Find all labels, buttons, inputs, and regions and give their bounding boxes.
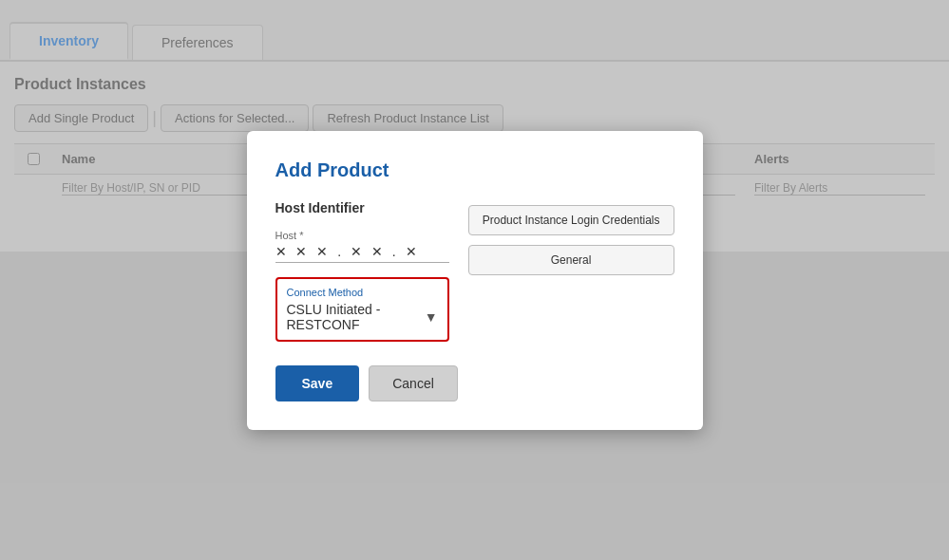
modal-right-panel: Product Instance Login Credentials Gener… bbox=[468, 200, 674, 342]
host-value: ✕ ✕ ✕ . ✕ ✕ . ✕ bbox=[275, 244, 449, 263]
general-button[interactable]: General bbox=[468, 245, 674, 275]
connect-method-label: Connect Method bbox=[287, 287, 438, 298]
product-instance-login-credentials-button[interactable]: Product Instance Login Credentials bbox=[468, 205, 674, 235]
host-identifier-title: Host Identifier bbox=[275, 200, 449, 215]
connect-method-value: CSLU Initiated - RESTCONF bbox=[287, 302, 425, 332]
modal-left-panel: Host Identifier Host * ✕ ✕ ✕ . ✕ ✕ . ✕ C… bbox=[275, 200, 449, 342]
modal-body: Host Identifier Host * ✕ ✕ ✕ . ✕ ✕ . ✕ C… bbox=[275, 200, 674, 342]
cancel-button[interactable]: Cancel bbox=[369, 365, 458, 401]
host-label: Host * bbox=[275, 230, 449, 241]
connect-method-select[interactable]: CSLU Initiated - RESTCONF ▼ bbox=[287, 302, 438, 332]
modal-title: Add Product bbox=[275, 159, 674, 181]
save-button[interactable]: Save bbox=[275, 365, 360, 401]
modal-footer: Save Cancel bbox=[275, 365, 674, 401]
add-product-modal: Add Product Host Identifier Host * ✕ ✕ ✕… bbox=[247, 131, 703, 430]
modal-overlay: Add Product Host Identifier Host * ✕ ✕ ✕… bbox=[0, 0, 949, 560]
dropdown-arrow-icon: ▼ bbox=[425, 309, 438, 325]
connect-method-wrapper: Connect Method CSLU Initiated - RESTCONF… bbox=[275, 277, 449, 342]
host-form-group: Host * ✕ ✕ ✕ . ✕ ✕ . ✕ bbox=[275, 230, 449, 263]
